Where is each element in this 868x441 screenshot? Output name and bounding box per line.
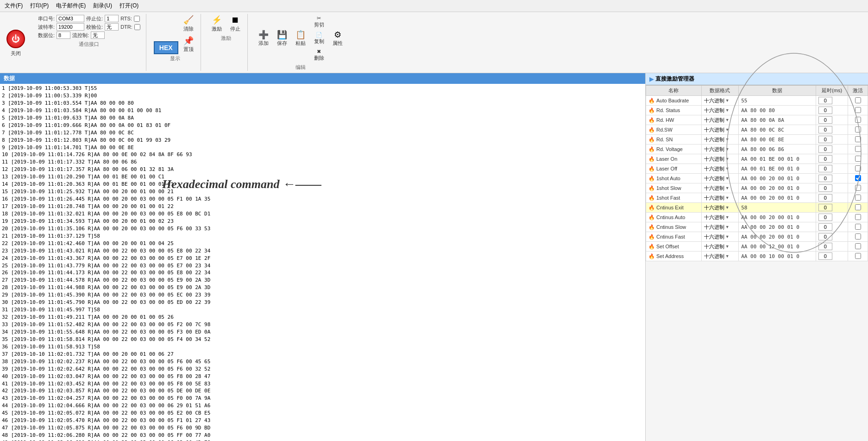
- delay-input[interactable]: [818, 97, 832, 104]
- data-bit-input[interactable]: [57, 32, 70, 39]
- active-checkbox[interactable]: [855, 126, 861, 132]
- active-checkbox[interactable]: [855, 214, 861, 220]
- delete-button[interactable]: ✖ 删除: [311, 47, 327, 63]
- copy-button[interactable]: 📄 复制: [311, 31, 327, 46]
- active-checkbox[interactable]: [855, 97, 861, 103]
- active-checkbox[interactable]: [855, 165, 861, 171]
- command-table-scroll[interactable]: 名称 数据格式 数据 延时(ms) 激活 🔥Auto Baudrate十六进制▼…: [646, 85, 868, 441]
- format-dropdown-arrow[interactable]: ▼: [725, 254, 730, 258]
- table-row[interactable]: 🔥Set Offset十六进制▼AA 00 00 12 00 01 0: [646, 242, 868, 252]
- table-row[interactable]: 🔥Cntinus Slow十六进制▼AA 00 00 20 00 01 0: [646, 222, 868, 232]
- format-dropdown-arrow[interactable]: ▼: [725, 108, 730, 113]
- delay-input[interactable]: [818, 136, 832, 143]
- active-checkbox[interactable]: [855, 107, 861, 113]
- format-dropdown-arrow[interactable]: ▼: [725, 186, 730, 190]
- table-row[interactable]: 🔥Laser On十六进制▼AA 00 01 BE 00 01 0: [646, 154, 868, 164]
- format-dropdown-arrow[interactable]: ▼: [725, 137, 730, 142]
- delay-input[interactable]: [818, 243, 832, 250]
- format-dropdown-arrow[interactable]: ▼: [725, 215, 730, 220]
- active-checkbox[interactable]: [855, 156, 861, 162]
- active-checkbox[interactable]: [855, 146, 861, 152]
- delay-input[interactable]: [818, 233, 832, 240]
- close-button[interactable]: ⏻: [6, 30, 25, 48]
- restore-button[interactable]: 📌 置顶: [180, 35, 197, 55]
- add-button[interactable]: ➕ 添加: [255, 29, 272, 49]
- delay-input[interactable]: [818, 194, 832, 202]
- active-checkbox[interactable]: [855, 185, 861, 191]
- stop-bit-input[interactable]: [105, 15, 119, 22]
- menu-file[interactable]: 文件(F): [2, 1, 25, 11]
- table-row[interactable]: 🔥Cntinus Auto十六进制▼AA 00 00 20 00 01 0: [646, 213, 868, 222]
- stop-button[interactable]: ⏹ 停止: [227, 14, 244, 34]
- format-dropdown-arrow[interactable]: ▼: [725, 147, 730, 151]
- menu-burn[interactable]: 刻录(U): [90, 1, 115, 11]
- table-row[interactable]: 🔥Rd. Status十六进制▼AA 80 00 80: [646, 106, 868, 115]
- format-dropdown-arrow[interactable]: ▼: [725, 195, 730, 200]
- active-checkbox[interactable]: [855, 224, 861, 230]
- data-content[interactable]: Hexadecimal command ←—— 1 [2019-10-09 11…: [0, 84, 645, 441]
- delay-input[interactable]: [818, 165, 832, 172]
- table-row[interactable]: 🔥Auto Baudrate十六进制▼55: [646, 96, 868, 106]
- data-line: 8 [2019-10-09 11:01:12.803 R]AA 80 00 0C…: [2, 137, 643, 144]
- data-line: 37 [2019-10-10 11:02:01.732 T]AA 00 00 2…: [2, 351, 643, 358]
- com-port-input[interactable]: [57, 15, 84, 22]
- delay-input[interactable]: [818, 145, 832, 153]
- format-dropdown-arrow[interactable]: ▼: [725, 118, 730, 122]
- delay-input[interactable]: [818, 107, 832, 114]
- save-button[interactable]: 💾 保存: [274, 29, 290, 49]
- table-row[interactable]: 🔥1shot Auto十六进制▼AA 00 00 20 00 01 0: [646, 174, 868, 183]
- delay-input[interactable]: [818, 116, 832, 124]
- format-dropdown-arrow[interactable]: ▼: [725, 127, 730, 132]
- dtr-checkbox[interactable]: [134, 24, 140, 30]
- format-dropdown-arrow[interactable]: ▼: [725, 234, 730, 239]
- restore-label: 置顶: [183, 46, 194, 53]
- table-row[interactable]: 🔥1shot Slow十六进制▼AA 00 00 20 00 01 0: [646, 183, 868, 193]
- activate-button[interactable]: ⚡ 激励: [208, 14, 225, 34]
- paste-button[interactable]: 📋 粘贴: [292, 29, 309, 49]
- active-checkbox[interactable]: [855, 204, 861, 210]
- active-checkbox[interactable]: [855, 233, 861, 239]
- delay-input[interactable]: [818, 214, 832, 221]
- menu-print[interactable]: 打印(P): [27, 1, 51, 11]
- format-dropdown-arrow[interactable]: ▼: [725, 98, 730, 103]
- table-row[interactable]: 🔥Rd.SW十六进制▼AA 80 00 0C 8C: [646, 125, 868, 135]
- table-row[interactable]: 🔥Rd. HW十六进制▼AA 80 00 0A 8A: [646, 115, 868, 125]
- menu-email[interactable]: 电子邮件(E): [53, 1, 88, 11]
- format-value: 十六进制: [704, 146, 724, 153]
- check-bit-input[interactable]: [105, 23, 119, 31]
- rts-checkbox[interactable]: [134, 16, 140, 22]
- delay-input[interactable]: [818, 252, 832, 260]
- active-checkbox[interactable]: [855, 253, 861, 259]
- table-row[interactable]: 🔥Cntinus Fast十六进制▼AA 00 00 20 00 01 0: [646, 232, 868, 242]
- delay-input[interactable]: [818, 204, 832, 211]
- flow-input[interactable]: [91, 32, 105, 39]
- cut-button[interactable]: ✂ 剪切: [311, 14, 327, 30]
- format-dropdown-arrow[interactable]: ▼: [725, 166, 730, 171]
- active-checkbox[interactable]: [855, 243, 861, 249]
- menu-open[interactable]: 打开(O): [117, 1, 141, 11]
- attr-button[interactable]: ⚙ 属性: [329, 29, 346, 49]
- clear-button[interactable]: 🧹 清除: [180, 14, 197, 34]
- format-dropdown-arrow[interactable]: ▼: [725, 176, 730, 181]
- table-row[interactable]: 🔥Cntinus Exit十六进制▼58: [646, 203, 868, 213]
- delay-input[interactable]: [818, 126, 832, 133]
- table-row[interactable]: 🔥Set Address十六进制▼AA 00 00 10 00 01 0: [646, 252, 868, 261]
- delay-input[interactable]: [818, 223, 832, 231]
- table-row[interactable]: 🔥Rd. Voltage十六进制▼AA 80 00 06 86: [646, 145, 868, 154]
- active-checkbox[interactable]: [855, 195, 861, 201]
- hex-button[interactable]: HEX: [154, 41, 178, 54]
- active-checkbox[interactable]: [855, 175, 861, 181]
- format-dropdown-arrow[interactable]: ▼: [725, 157, 730, 161]
- table-row[interactable]: 🔥Rd. SN十六进制▼AA 80 00 0E 8E: [646, 135, 868, 145]
- active-checkbox[interactable]: [855, 136, 861, 142]
- format-dropdown-arrow[interactable]: ▼: [725, 205, 730, 210]
- active-checkbox[interactable]: [855, 117, 861, 123]
- format-dropdown-arrow[interactable]: ▼: [725, 244, 730, 249]
- table-row[interactable]: 🔥Laser Off十六进制▼AA 00 01 BE 00 01 0: [646, 164, 868, 174]
- format-dropdown-arrow[interactable]: ▼: [725, 225, 730, 229]
- table-row[interactable]: 🔥1shot Fast十六进制▼AA 00 00 20 00 01 0: [646, 193, 868, 203]
- delay-input[interactable]: [818, 175, 832, 182]
- delay-input[interactable]: [818, 184, 832, 192]
- delay-input[interactable]: [818, 155, 832, 163]
- baud-rate-input[interactable]: [57, 23, 84, 31]
